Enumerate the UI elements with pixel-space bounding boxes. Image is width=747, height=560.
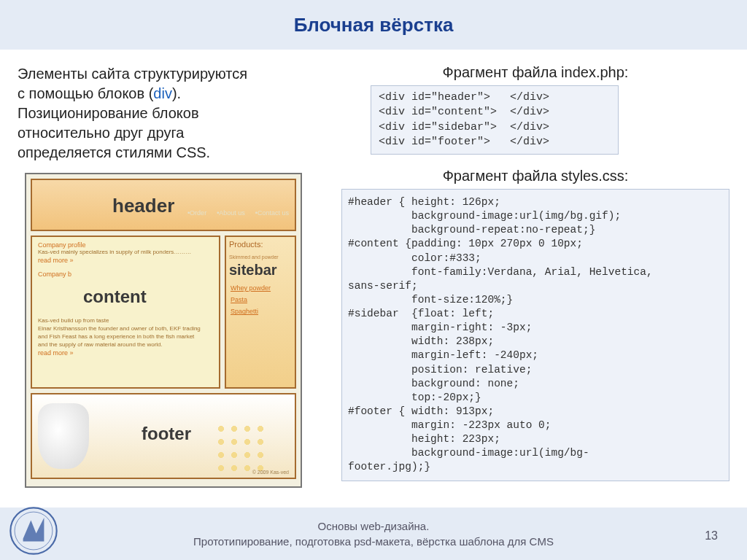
mockup-row: Company profile Kas-ved mainly specializ… <box>31 236 296 389</box>
cb: Company b <box>38 271 71 278</box>
university-logo-icon <box>7 505 60 557</box>
mockup-footer: footer © 2009 Kas-ved <box>31 393 296 479</box>
mockup-sidebar: Products: Skimmed and powder sitebar Whe… <box>225 236 296 389</box>
t2: Kas-ved build up from taste <box>38 317 213 324</box>
jug-icon <box>38 403 89 469</box>
footer-bar: Основы web-дизайна. Прототипирование, по… <box>0 508 747 560</box>
intro-text: Элементы сайта структурируются с помощью… <box>18 64 324 163</box>
sidebar-links: Whey powder Pasta Spaghetti <box>231 282 271 318</box>
products-sub: Skimmed and powder <box>229 254 279 260</box>
title-bar: Блочная вёрстка <box>0 0 747 50</box>
css-caption: Фрагмент файла styles.css: <box>341 168 729 184</box>
pasta-icon <box>214 422 266 473</box>
copyright: © 2009 Kas-ved <box>252 470 289 475</box>
mockup-nav: •Order •About us •Contact us <box>187 209 289 217</box>
div-keyword: div <box>153 85 172 101</box>
right-column: Фрагмент файла index.php: <div id="heade… <box>341 64 729 494</box>
intro-l1: Элементы сайта структурируются <box>18 66 247 82</box>
intro-l3: Позиционирование блоков <box>18 105 199 121</box>
page-number: 13 <box>705 529 718 542</box>
intro-l2b: ). <box>172 85 181 101</box>
nav-item: •Contact us <box>255 209 289 217</box>
rm: read more » <box>38 257 74 264</box>
php-code: <div id="header"> </div> <div id="conten… <box>371 85 619 155</box>
header-label: header <box>112 195 174 217</box>
intro-l5: определяется стилями CSS. <box>18 144 210 160</box>
rm2: read more » <box>38 349 74 357</box>
footer-label: footer <box>142 424 191 444</box>
content-label: content <box>83 287 147 307</box>
products-title: Products: <box>229 240 292 249</box>
nav-item: •About us <box>217 209 245 217</box>
footer-l2: Прототипирование, подготовка psd-макета,… <box>193 535 554 548</box>
footer-l1: Основы web-дизайна. <box>318 520 430 532</box>
slide-title: Блочная вёрстка <box>294 14 454 36</box>
intro-l2a: с помощью блоков ( <box>18 85 153 101</box>
sb-link: Spaghetti <box>231 308 258 315</box>
sb-link: Whey powder <box>231 284 271 292</box>
sb-link: Pasta <box>231 296 247 303</box>
t3: Einar Kristhansson the founder and owner… <box>38 325 213 332</box>
mockup-content: Company profile Kas-ved mainly specializ… <box>31 236 220 389</box>
left-column: Элементы сайта структурируются с помощью… <box>18 64 324 494</box>
t1: Kas-ved mainly specializes in supply of … <box>38 249 213 255</box>
php-caption: Фрагмент файла index.php: <box>341 64 729 81</box>
mockup-header: header •Order •About us •Contact us <box>31 179 296 231</box>
intro-l4: относительно друг друга <box>18 125 184 141</box>
footer-text: Основы web-дизайна. Прототипирование, по… <box>193 518 554 549</box>
t4: and Fish Feast has a long experience in … <box>38 333 213 340</box>
sidebar-label: sitebar <box>229 262 277 279</box>
css-code: #header { height: 126px; background-imag… <box>341 189 729 481</box>
nav-item: •Order <box>187 209 206 217</box>
cp: Company profile <box>38 241 86 249</box>
t5: and the supply of raw material around th… <box>38 341 213 348</box>
content-area: Элементы сайта структурируются с помощью… <box>0 50 747 494</box>
layout-mockup: header •Order •About us •Contact us Comp… <box>25 173 302 488</box>
